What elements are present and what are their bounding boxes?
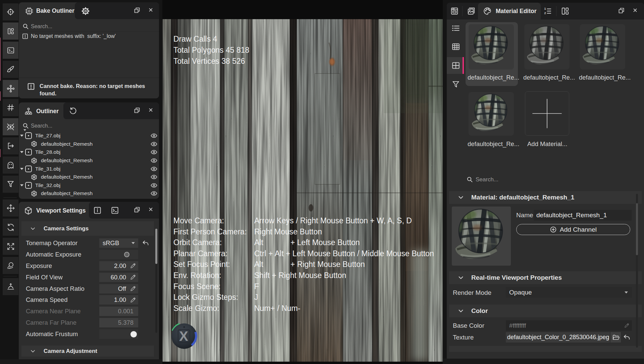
svg-text:2: 2 bbox=[544, 11, 546, 15]
svg-text:X: X bbox=[179, 329, 188, 344]
svg-text:1: 1 bbox=[544, 7, 546, 10]
